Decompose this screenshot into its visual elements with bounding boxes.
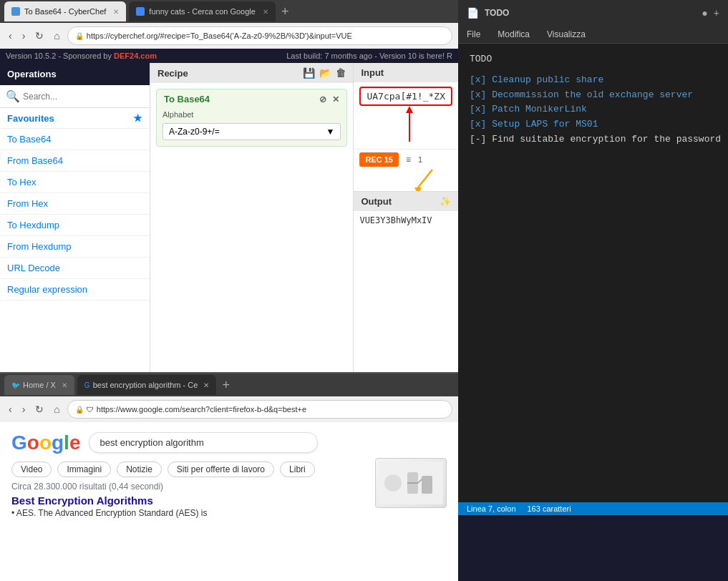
address-text: https://cyberchef.org/#recipe=To_Base64(… <box>87 31 352 40</box>
sidebar-item-from-hex[interactable]: From Hex <box>0 193 150 215</box>
todo-window-controls: ● + <box>702 7 719 19</box>
statusbar-line: Linea 7, colon <box>467 504 516 513</box>
result-bullet: • AES. The Advanced Encryption Standard … <box>11 508 447 518</box>
ff-new-tab-button[interactable]: + <box>222 378 230 393</box>
search-box[interactable]: 🔍 <box>0 85 150 108</box>
address-input[interactable]: 🔒 https://cyberchef.org/#recipe=To_Base6… <box>67 26 452 45</box>
input-column: Input UA7cpa[#1!_*ZX <box>354 63 458 372</box>
maximize-button[interactable]: + <box>714 7 719 19</box>
lines-value: 1 <box>418 155 422 164</box>
svg-marker-1 <box>406 106 413 113</box>
menu-visualizza[interactable]: Visualizza <box>544 27 588 42</box>
ff-home-button[interactable]: ⌂ <box>51 402 62 416</box>
rec-badge: REC 15 <box>359 152 399 167</box>
input-highlight[interactable]: UA7cpa[#1!_*ZX <box>359 87 452 106</box>
recipe-header: Recipe 💾 📂 🗑 <box>150 63 353 83</box>
ff-back-button[interactable]: ‹ <box>6 402 15 416</box>
menu-modifica[interactable]: Modifica <box>495 27 533 42</box>
forward-button[interactable]: › <box>19 29 29 43</box>
todo-item-3: [x] Patch MonikerLink <box>470 102 717 117</box>
dropdown-arrow: ▼ <box>326 127 335 137</box>
clear-recipe-icon[interactable]: 🗑 <box>336 67 346 79</box>
columns-row: Recipe 💾 📂 🗑 To Base64 ⊘ <box>150 63 458 372</box>
cyberchef-tab-close[interactable]: ✕ <box>113 8 119 16</box>
output-section: Output ✨ VUE3Y3BhWyMxIV <box>354 191 458 230</box>
result-thumbnail <box>375 458 447 508</box>
ff-tab-home[interactable]: 🐦 Home / X ✕ <box>4 375 74 395</box>
ff-tab-search[interactable]: G best encryption algorithm - Ce ✕ <box>77 375 217 395</box>
sidebar-item-from-hexdump[interactable]: From Hexdump <box>0 236 150 258</box>
favourites-header[interactable]: Favourites ★ <box>0 108 150 129</box>
chip-libri[interactable]: Libri <box>280 462 315 477</box>
todo-item-5: [-] Find suitable encryption for the pas… <box>470 132 717 147</box>
todo-item-1: [x] Cleanup public share <box>470 73 717 88</box>
todo-statusbar: Linea 7, colon 163 caratteri <box>458 502 728 515</box>
google-tab[interactable]: funny cats - Cerca con Google ✕ <box>129 1 276 21</box>
ff-reload-button[interactable]: ↻ <box>32 402 47 416</box>
ff-tab-home-label: Home / X <box>23 381 56 389</box>
google-search-query: best encryption algorithm <box>100 437 203 448</box>
open-recipe-icon[interactable]: 📂 <box>319 67 331 79</box>
ff-tab-home-close[interactable]: ✕ <box>62 381 67 389</box>
sidebar-item-url-decode[interactable]: URL Decode <box>0 258 150 279</box>
recipe-icons: 💾 📂 🗑 <box>303 67 346 79</box>
google-search-bar[interactable]: best encryption algorithm <box>89 432 318 453</box>
todo-body: TODO [x] Cleanup public share [x] Decomm… <box>458 44 728 502</box>
sidebar-item-to-base64[interactable]: To Base64 <box>0 129 150 150</box>
ff-tab-search-close[interactable]: ✕ <box>203 381 209 389</box>
favourites-label: Favourites <box>7 113 54 124</box>
sidebar-item-to-hex[interactable]: To Hex <box>0 172 150 193</box>
ff-tab-bar: 🐦 Home / X ✕ G best encryption algorithm… <box>0 374 458 396</box>
operations-header: Operations <box>0 63 150 85</box>
ff-nav-row: ‹ › ↻ ⌂ 🔒 🛡 https://www.google.com/searc… <box>0 396 458 422</box>
cyberchef-tab-bar: To Base64 - CyberChef ✕ funny cats - Cer… <box>0 0 458 23</box>
chip-notizie[interactable]: Notizie <box>117 462 162 477</box>
google-logo: Google <box>11 431 80 454</box>
reload-button[interactable]: ↻ <box>32 29 47 43</box>
cyberchef-address-bar: ‹ › ↻ ⌂ 🔒 https://cyberchef.org/#recipe=… <box>0 23 458 49</box>
chip-video[interactable]: Video <box>11 462 52 477</box>
home-button[interactable]: ⌂ <box>51 29 62 43</box>
orange-arrow-svg <box>411 170 454 191</box>
sidebar-item-regex[interactable]: Regular expression <box>0 279 150 301</box>
ff-tab-search-label: best encryption algorithm - Ce <box>93 381 198 389</box>
back-button[interactable]: ‹ <box>6 29 15 43</box>
recipe-item-controls: ⊘ ✕ <box>319 94 339 104</box>
ff-tab-home-icon: 🐦 <box>11 381 20 389</box>
cyberchef-tab[interactable]: To Base64 - CyberChef ✕ <box>4 1 126 21</box>
search-input[interactable] <box>23 92 144 102</box>
todo-panel: 📄 TODO ● + File Modifica Visualizza TODO… <box>458 0 728 515</box>
search-icon: 🔍 <box>6 89 20 103</box>
input-header: Input <box>354 63 458 82</box>
ff-address-bar[interactable]: 🔒 🛡 https://www.google.com/search?client… <box>67 400 452 419</box>
save-recipe-icon[interactable]: 💾 <box>303 67 315 79</box>
magic-icon[interactable]: ✨ <box>440 196 451 207</box>
svg-line-2 <box>418 170 432 187</box>
chip-siti[interactable]: Siti per offerte di lavoro <box>168 462 274 477</box>
ff-tab-search-icon: G <box>84 381 90 389</box>
minimize-button[interactable]: ● <box>702 7 707 19</box>
chip-immagini[interactable]: Immagini <box>57 462 111 477</box>
ff-shield-icon: 🛡 <box>87 406 94 414</box>
recipe-column: Recipe 💾 📂 🗑 To Base64 ⊘ <box>150 63 354 372</box>
def24-link[interactable]: DEF24.com <box>114 52 157 60</box>
todo-body-title: TODO <box>470 52 717 67</box>
menu-file[interactable]: File <box>464 27 483 42</box>
sidebar-item-from-base64[interactable]: From Base64 <box>0 150 150 172</box>
google-tab-close[interactable]: ✕ <box>263 8 268 16</box>
recipe-item-to-base64: To Base64 ⊘ ✕ Alphabet A-Za-z0-9+/= ▼ <box>156 89 347 147</box>
delete-icon[interactable]: ✕ <box>332 94 339 104</box>
todo-item-4: [x] Setup LAPS for MS01 <box>470 117 717 132</box>
lines-icon: ≡ <box>406 155 411 165</box>
alphabet-label: Alphabet <box>157 109 346 120</box>
ff-forward-button[interactable]: › <box>19 402 29 416</box>
cyberchef-tab-label: To Base64 - CyberChef <box>24 7 106 16</box>
recipe-item-header: To Base64 ⊘ ✕ <box>157 89 346 109</box>
banner-right: Last build: 7 months ago - Version 10 is… <box>286 52 452 60</box>
new-tab-button[interactable]: + <box>281 4 289 19</box>
disable-icon[interactable]: ⊘ <box>319 94 326 104</box>
alphabet-dropdown[interactable]: A-Za-z0-9+/= ▼ <box>162 123 341 140</box>
todo-file-icon: 📄 <box>467 7 479 19</box>
sidebar-item-to-hexdump[interactable]: To Hexdump <box>0 215 150 236</box>
ff-address-text: https://www.google.com/search?client=fir… <box>97 405 306 414</box>
